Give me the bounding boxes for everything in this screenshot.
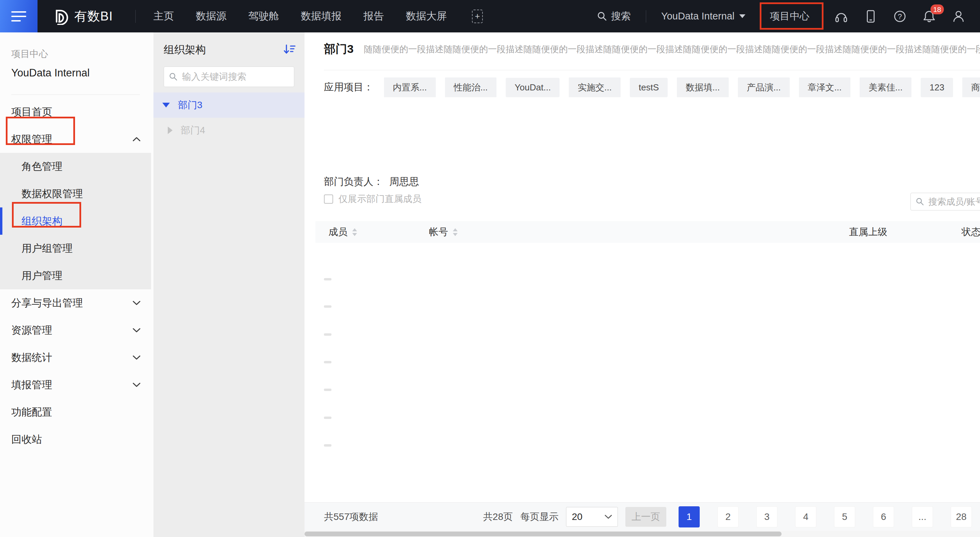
add-module-button[interactable]: +	[472, 10, 483, 23]
sidebar-item-data-statistics[interactable]: 数据统计	[0, 344, 153, 371]
nav-home[interactable]: 主页	[153, 9, 174, 23]
column-label: 成员	[328, 226, 347, 239]
sidebar-item-user-group-management[interactable]: 用户组管理	[0, 235, 151, 262]
app-logo[interactable]: 有数BI	[52, 8, 113, 25]
chevron-down-icon	[605, 515, 612, 519]
page-button-2[interactable]: 2	[718, 506, 738, 527]
horizontal-scrollbar-thumb[interactable]	[304, 532, 781, 536]
help-button[interactable]: ?	[893, 9, 907, 24]
global-search-button[interactable]: 搜索	[597, 10, 631, 23]
tree-node-dept3[interactable]: 部门3	[153, 92, 304, 118]
sidebar-item-label: 用户管理	[21, 269, 62, 283]
sidebar-item-data-permission[interactable]: 数据权限管理	[0, 180, 151, 207]
sidebar-item-share-export[interactable]: 分享与导出管理	[0, 289, 153, 317]
direct-members-checkbox[interactable]	[324, 194, 333, 204]
page-button-5[interactable]: 5	[834, 506, 855, 527]
sidebar-item-role-management[interactable]: 角色管理	[0, 153, 151, 180]
row-placeholder	[324, 333, 331, 336]
search-icon	[597, 11, 608, 22]
direct-members-filter[interactable]: 仅展示部门直属成员	[324, 193, 422, 205]
workspace-name: YouData Internal	[661, 11, 735, 22]
support-button[interactable]	[834, 9, 848, 24]
notifications-button[interactable]: 18	[922, 9, 936, 24]
sidebar-item-recycle-bin[interactable]: 回收站	[0, 426, 153, 453]
page-button-3[interactable]: 3	[756, 506, 778, 527]
mobile-device-icon	[863, 9, 878, 24]
sort-button[interactable]	[283, 44, 296, 56]
row-placeholder	[324, 444, 331, 446]
member-search-input[interactable]	[929, 196, 980, 207]
row-placeholder	[324, 278, 331, 280]
sidebar-item-label: 填报管理	[11, 378, 52, 392]
page-size-select[interactable]: 20	[566, 507, 618, 527]
sort-icon	[283, 44, 296, 54]
sidebar-divider	[11, 94, 140, 95]
sidebar-item-resource-management[interactable]: 资源管理	[0, 317, 153, 344]
page-count: 共28页	[483, 510, 513, 523]
project-tag[interactable]: 美素佳...	[860, 77, 912, 97]
department-header: 部门3 随随便便的一段描述随随便便的一段描述随随便便的一段描述随随便便的一段描述…	[324, 39, 980, 59]
page-button-4[interactable]: 4	[795, 506, 816, 527]
sidebar-item-project-home[interactable]: 项目首页	[0, 98, 153, 126]
project-tag[interactable]: 产品演...	[738, 77, 790, 97]
pagination-controls: 共28页 每页显示 20 上一页 1 2 3 4 5 6 ... 28	[483, 506, 972, 527]
sidebar-submenu-permission: 角色管理 数据权限管理 组织架构 用户组管理 用户管理	[0, 153, 151, 289]
mobile-app-button[interactable]	[863, 9, 878, 24]
sidebar-workspace-name: YouData Internal	[11, 67, 153, 79]
sidebar-item-form-management[interactable]: 填报管理	[0, 371, 153, 398]
left-sidebar: 项目中心 YouData Internal 项目首页 权限管理 角色管理 数据权…	[0, 32, 153, 537]
page-button-6[interactable]: 6	[873, 506, 894, 527]
column-status: 状态	[962, 221, 980, 243]
column-member[interactable]: 成员	[328, 221, 357, 243]
top-bar: 有数BI 主页 数据源 驾驶舱 数据填报 报告 数据大屏 + 搜索 YouDat…	[0, 0, 980, 32]
headset-icon	[834, 9, 848, 24]
project-tag[interactable]: 123	[921, 78, 953, 97]
sidebar-item-org-structure[interactable]: 组织架构	[0, 207, 151, 235]
org-tree-search-input[interactable]	[182, 72, 289, 82]
sidebar-section-label: 项目中心	[11, 48, 153, 60]
project-tag[interactable]: 章泽文...	[799, 77, 851, 97]
sidebar-item-label: 项目首页	[11, 105, 52, 119]
workspace-dropdown[interactable]: YouData Internal	[661, 11, 745, 22]
hamburger-menu-button[interactable]	[0, 0, 38, 32]
project-tag[interactable]: YouDat...	[506, 78, 560, 97]
sidebar-item-label: 资源管理	[11, 323, 52, 338]
org-tree-search-box	[164, 67, 294, 87]
project-tag[interactable]: 性能治...	[445, 77, 497, 97]
nav-data-source[interactable]: 数据源	[196, 9, 226, 23]
sidebar-item-label: 角色管理	[21, 160, 62, 174]
sidebar-item-permission-management[interactable]: 权限管理	[0, 126, 153, 153]
tree-node-dept4[interactable]: 部门4	[153, 118, 304, 143]
column-account[interactable]: 帐号	[429, 221, 458, 243]
direct-members-label: 仅展示部门直属成员	[339, 193, 422, 205]
project-center-button[interactable]: 项目中心	[760, 10, 819, 23]
header-divider	[324, 70, 980, 70]
department-title: 部门3	[324, 41, 353, 57]
sort-toggle-icon[interactable]	[352, 228, 357, 236]
page-button-1[interactable]: 1	[679, 506, 700, 527]
nav-report[interactable]: 报告	[363, 9, 384, 23]
org-tree-panel: 组织架构 部门3 部门4	[153, 32, 304, 537]
account-button[interactable]	[951, 9, 966, 24]
nav-data-filling[interactable]: 数据填报	[301, 9, 342, 23]
nav-dashboard[interactable]: 驾驶舱	[248, 9, 279, 23]
project-tag[interactable]: 实施交...	[569, 77, 620, 97]
project-tag[interactable]: 内置系...	[384, 77, 436, 97]
page-button-28[interactable]: 28	[951, 506, 972, 527]
project-tag[interactable]: testS	[630, 78, 668, 97]
org-tree-header: 组织架构	[153, 32, 304, 57]
page-button-ellipsis[interactable]: ...	[912, 506, 933, 527]
sidebar-item-user-management[interactable]: 用户管理	[0, 262, 151, 289]
project-tag[interactable]: 商业化...	[962, 77, 980, 97]
nav-data-screen[interactable]: 数据大屏	[406, 9, 447, 23]
page-size-value: 20	[572, 512, 582, 522]
topbar-right: 搜索 YouData Internal 项目中心 ?	[597, 9, 980, 24]
sort-toggle-icon[interactable]	[453, 228, 458, 236]
sidebar-item-feature-config[interactable]: 功能配置	[0, 398, 153, 426]
topbar-right-divider	[646, 10, 646, 22]
sidebar-item-label: 组织架构	[21, 214, 62, 228]
hamburger-icon	[11, 11, 26, 21]
chevron-down-icon	[133, 355, 140, 360]
project-tag[interactable]: 数据填...	[677, 77, 729, 97]
prev-page-button[interactable]: 上一页	[625, 507, 666, 527]
